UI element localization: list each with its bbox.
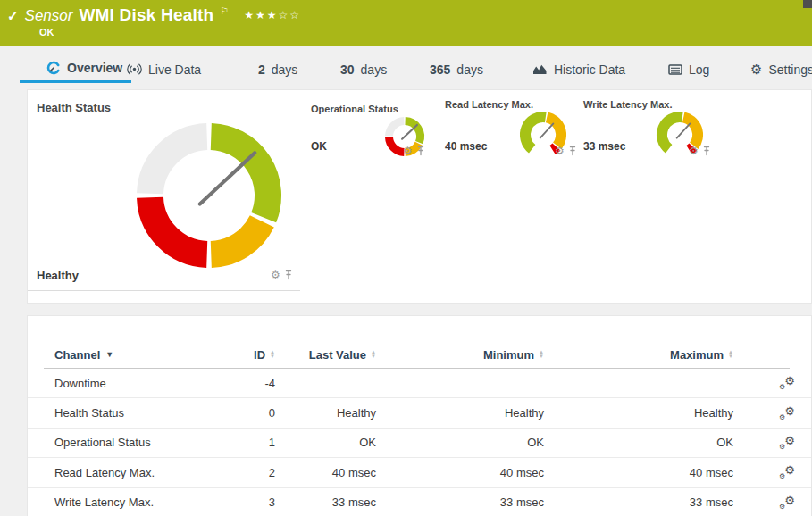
column-header-minimum[interactable]: Minimum ▲▼ (376, 348, 544, 362)
live-data-icon (127, 63, 142, 75)
channel-maximum: 33 msec (544, 495, 733, 509)
table-row-read-latency[interactable]: Read Latency Max. 2 40 msec 40 msec 40 m… (28, 458, 811, 487)
health-status-gauge-value: Healthy (37, 269, 79, 282)
channel-settings-icon[interactable]: ⚙⚙ (779, 376, 795, 390)
sensor-title: WMI Disk Health (79, 5, 213, 25)
channel-settings-icon[interactable]: ⚙⚙ (779, 406, 795, 420)
channel-table-header: Channel ▼ ID ▲▼ Last Value ▲▼ Minimum ▲▼… (28, 341, 811, 368)
channel-table-body: Downtime -4 ⚙⚙ Health Status 0 Healthy H… (28, 369, 811, 516)
sort-desc-icon: ▼ (105, 350, 113, 359)
historic-data-icon (532, 63, 548, 75)
tab-30-days-unit: days (361, 62, 388, 77)
pin-icon[interactable] (568, 146, 577, 156)
column-header-last-value[interactable]: Last Value ▲▼ (275, 348, 376, 362)
pin-icon[interactable] (416, 146, 425, 156)
channel-last-value: OK (275, 436, 376, 449)
tab-overview[interactable]: Overview (20, 55, 131, 83)
channels-panel: Channel ▼ ID ▲▼ Last Value ▲▼ Minimum ▲▼… (27, 315, 812, 516)
column-header-channel[interactable]: Channel ▼ (54, 348, 224, 362)
health-gauge-controls: ⚙ (271, 270, 293, 280)
table-row-write-latency[interactable]: Write Latency Max. 3 33 msec 33 msec 33 … (28, 488, 811, 516)
channel-name: Health Status (54, 406, 224, 420)
sensor-status-badge: OK (39, 27, 54, 37)
cell-divider (443, 162, 571, 162)
tab-settings[interactable]: ⚙ Settings (750, 55, 812, 83)
channel-id: 0 (224, 406, 275, 420)
status-check-icon: ✓ (7, 8, 19, 24)
sensor-header: ✓ Sensor WMI Disk Health ⚐ ★★★☆☆ OK (0, 0, 812, 46)
sensor-kind-label: Sensor (25, 7, 73, 25)
read-latency-gauge-controls: ⚙ (555, 146, 577, 156)
tab-log[interactable]: Log (668, 55, 709, 83)
sort-icon: ▲▼ (728, 350, 733, 359)
channel-settings-icon[interactable]: ⚙⚙ (779, 495, 795, 510)
channel-name: Operational Status (54, 436, 224, 449)
write-latency-gauge-controls: ⚙ (689, 146, 711, 156)
gauge-needle (200, 153, 255, 204)
read-latency-gauge-value: 40 msec (445, 140, 487, 153)
channel-last-value: 40 msec (275, 466, 376, 479)
channel-name: Write Latency Max. (54, 495, 224, 509)
channel-settings-icon[interactable]: ⚙⚙ (779, 465, 795, 479)
column-header-maximum[interactable]: Maximum ▲▼ (544, 348, 733, 362)
table-row-health-status[interactable]: Health Status 0 Healthy Healthy Healthy … (28, 398, 811, 428)
tab-historic-data[interactable]: Historic Data (532, 55, 625, 83)
tab-365-days[interactable]: 365 days (430, 55, 483, 83)
channel-last-value: Healthy (275, 406, 376, 420)
tab-live-data[interactable]: Live Data (127, 55, 201, 83)
table-row-downtime[interactable]: Downtime -4 ⚙⚙ (28, 369, 811, 398)
channel-id: 3 (224, 495, 275, 509)
channel-name: Read Latency Max. (54, 466, 224, 479)
tab-log-label: Log (689, 62, 709, 77)
gauge-settings-gear-icon[interactable]: ⚙ (271, 270, 280, 280)
tab-live-data-label: Live Data (148, 62, 201, 77)
tab-bar: Overview Live Data 2 days (0, 55, 812, 86)
operational-gauge-controls: ⚙ (403, 146, 425, 156)
channel-maximum: OK (544, 436, 733, 449)
tab-2-days[interactable]: 2 days (258, 55, 297, 83)
tab-30-days[interactable]: 30 days (340, 55, 387, 83)
channel-id: -4 (224, 377, 275, 390)
cell-divider (28, 290, 300, 291)
pin-icon[interactable] (284, 270, 293, 280)
cell-divider (582, 162, 713, 162)
flag-icon[interactable]: ⚐ (220, 5, 229, 17)
tab-365-days-number: 365 (430, 62, 450, 77)
log-icon (668, 64, 682, 75)
gauge-settings-gear-icon[interactable]: ⚙ (689, 146, 699, 156)
channel-minimum: 33 msec (376, 495, 544, 509)
gauge-needle (677, 123, 691, 137)
channel-last-value: 33 msec (275, 495, 376, 509)
health-status-gauge (133, 120, 285, 271)
tab-overview-label: Overview (67, 61, 122, 75)
health-status-gauge-title: Health Status (37, 101, 111, 114)
pin-icon[interactable] (702, 146, 711, 156)
channel-name: Downtime (54, 377, 224, 390)
prtg-sensor-page: ✓ Sensor WMI Disk Health ⚐ ★★★☆☆ OK Over… (0, 0, 812, 516)
channel-id: 2 (224, 466, 275, 479)
channel-maximum: Healthy (544, 406, 733, 420)
column-header-id[interactable]: ID ▲▼ (224, 348, 275, 362)
table-row-operational-status[interactable]: Operational Status 1 OK OK OK ⚙⚙ (28, 429, 811, 458)
priority-stars[interactable]: ★★★☆☆ (244, 9, 301, 21)
channel-minimum: 40 msec (376, 466, 544, 479)
tab-settings-label: Settings (768, 62, 812, 77)
channel-settings-icon[interactable]: ⚙⚙ (779, 436, 795, 450)
cell-divider (309, 162, 430, 162)
tab-2-days-number: 2 (258, 62, 265, 77)
gauge-settings-gear-icon[interactable]: ⚙ (555, 146, 565, 156)
gauge-overview-icon (46, 61, 61, 75)
tab-historic-data-label: Historic Data (554, 62, 625, 77)
channel-minimum: OK (376, 436, 544, 449)
tab-365-days-unit: days (456, 62, 483, 77)
channel-maximum: 40 msec (544, 466, 733, 479)
channel-id: 1 (224, 436, 275, 449)
gauges-panel: Health Status Healthy ⚙ Operational Stat… (27, 89, 812, 304)
gauge-settings-gear-icon[interactable]: ⚙ (403, 146, 413, 156)
channel-minimum: Healthy (376, 406, 544, 420)
write-latency-gauge-value: 33 msec (583, 140, 625, 153)
gauge-needle (402, 125, 417, 139)
settings-gear-icon: ⚙ (750, 62, 762, 76)
scrollbar-corner (803, 0, 812, 8)
tab-30-days-number: 30 (340, 62, 355, 77)
